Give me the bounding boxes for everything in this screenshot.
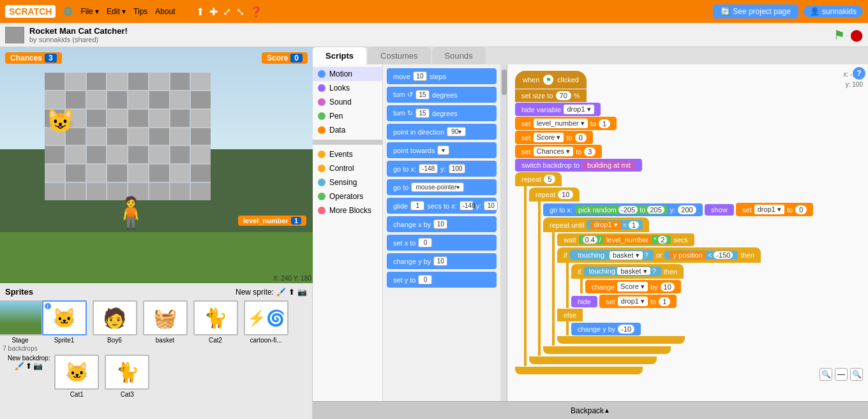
new-backdrop: New backdrop: 🖌️ ⬆ 📷 [8,355,50,398]
cat-events[interactable]: Events [313,147,382,161]
block-set-size[interactable]: set size to 70 % [515,89,587,102]
backpack-arrow-icon: ▲ [604,407,610,414]
block-point-towards[interactable]: point towards ▾ [387,142,497,158]
block-glide[interactable]: glide 1 secs to x: -148 y: 10 [387,198,497,214]
level-badge: level_number 1 [238,216,306,226]
block-hide-inner[interactable]: hide [571,296,597,307]
chances-value: 3 [45,54,57,62]
block-set-level[interactable]: set level_number ▾ to 1 [515,117,617,130]
resize-icon[interactable]: ⤡ [236,6,244,18]
globe-icon[interactable]: 🌐 [63,7,73,16]
backpack-panel[interactable]: Backpack ▲ [313,401,868,419]
tab-scripts[interactable]: Scripts [313,47,366,64]
blocks-list-scrollbar[interactable] [501,64,507,401]
tab-costumes[interactable]: Costumes [368,47,431,64]
person-icon[interactable]: ✚ [209,6,218,18]
right-panel: Scripts Costumes Sounds Motion Looks Sou… [313,47,868,419]
paint-backdrop-icon[interactable]: 🖌️ [15,362,24,371]
cat-motion[interactable]: Motion [313,67,382,81]
sprite-item-cat1[interactable]: 🐱 Cat1 [53,355,101,398]
user-badge[interactable]: 👤 sunnakids [804,6,863,17]
block-turn-right[interactable]: turn ↻ 15 degrees [387,105,497,121]
block-else: else [557,309,583,321]
cat-looks[interactable]: Looks [313,81,382,95]
block-change-score[interactable]: change Score ▾ by 10 [585,280,681,293]
upload-new-sprite-icon[interactable]: ⬆ [288,288,295,297]
sprite-item-basket[interactable]: 🧺 basket [141,300,189,352]
zoom-controls: 🔍 — 🔍 [819,368,863,381]
sprite-thumb-sprite1: 🐱 i [42,300,87,335]
green-flag-button[interactable]: ⚑ [834,27,845,43]
cat-control[interactable]: Control [313,161,382,175]
sprite-item-cat2[interactable]: 🐈 Cat2 [191,300,239,352]
sprite-item-cat3[interactable]: 🐈 Cat3 [103,355,151,398]
about-menu[interactable]: About [155,7,175,16]
block-if-touching-inner[interactable]: if touching basket ▾ ? then [571,264,684,279]
camera-backdrop-icon[interactable]: 📷 [33,362,43,371]
tab-sounds[interactable]: Sounds [432,47,486,64]
block-wait[interactable]: wait 0.4 / level_number * 2 secs [557,233,694,246]
block-when-flag[interactable]: when ⚑ clicked [515,71,587,89]
block-set-score[interactable]: set Score ▾ to 0 [515,131,593,144]
cat-sensing[interactable]: Sensing [313,175,382,189]
block-show[interactable]: show [705,204,734,216]
sprites-title: Sprites [5,287,33,297]
block-goto-random[interactable]: go to x: pick random -205 to 205 y: 200 [543,203,703,216]
cat-operators[interactable]: Operators [313,189,382,203]
block-set-y[interactable]: set y to 0 [387,272,497,288]
stage-grass [0,232,313,283]
block-move[interactable]: move 10 steps [387,68,497,84]
block-turn-left[interactable]: turn ↺ 15 degrees [387,87,497,103]
cat-pen[interactable]: Pen [313,109,382,123]
help-topbar-icon[interactable]: ❓ [250,6,262,18]
edit-menu[interactable]: Edit ▾ [107,7,126,16]
sprite-item-sprite1[interactable]: 🐱 i Sprite1 [40,300,88,352]
block-repeat5-body: repeat 10 go to x: pick random -205 to 2… [524,186,868,366]
backpack-label: Backpack [571,406,604,415]
block-repeat10[interactable]: repeat 10 [529,187,580,202]
zoom-reset-button[interactable]: — [835,368,848,381]
block-hide-variable[interactable]: hide variable drop1 ▾ [515,103,601,116]
cat-moreblocks[interactable]: More Blocks [313,203,382,217]
see-project-button[interactable]: 🔄 See project page [713,4,798,18]
upload-backdrop-icon[interactable]: ⬆ [26,362,32,371]
block-goto-xy[interactable]: go to x: -148 y: 100 [387,161,497,177]
upload-icon[interactable]: ⬆ [196,6,204,18]
fullscreen-icon[interactable]: ⤢ [223,6,231,18]
zoom-in-button[interactable]: 🔍 [819,368,832,381]
block-switch-backdrop[interactable]: switch backdrop to building at mit [515,159,642,172]
block-change-y[interactable]: change y by 10 [387,253,497,269]
stage-coords: X: 240 Y: 180 [273,275,311,282]
block-change-x[interactable]: change x by 10 [387,216,497,232]
cat-sound[interactable]: Sound [313,95,382,109]
block-set-x[interactable]: set x to 0 [387,235,497,251]
block-point-direction[interactable]: point in direction 90▾ [387,124,497,140]
sprite-item-boy6[interactable]: 🧑 Boy6 [91,300,138,352]
stop-button[interactable]: ⬤ [850,28,863,42]
sprite-thumb-cat1: 🐱 [54,355,99,390]
project-title: Rocket Man Cat Catcher! [29,26,828,36]
script-area[interactable]: x: -148 y: 100 ? when ⚑ clicked set size… [507,64,868,401]
block-if-touching-outer[interactable]: if touching basket ▾ ? or y position < -… [557,247,761,263]
new-sprite-controls: New sprite: 🖌️ ⬆ 📷 [236,288,307,297]
sprite-item-cartoonfi[interactable]: ⚡🌀 cartoon-fi... [242,300,290,352]
block-set-drop1-1[interactable]: set drop1 ▾ to 1 [599,295,677,308]
block-goto-pointer[interactable]: go to mouse-pointer▾ [387,179,497,195]
block-repeat-until[interactable]: repeat until drop1 ▾ = 1 [543,217,649,232]
tips-menu[interactable]: Tips [133,7,147,16]
file-menu[interactable]: File ▾ [80,7,99,16]
cat-data[interactable]: Data [313,123,382,137]
chances-badge: Chances 3 [5,52,62,64]
block-set-chances[interactable]: set Chances ▾ to 3 [515,145,602,158]
block-change-y-neg10[interactable]: change y by -10 [571,323,641,335]
block-set-drop1-0[interactable]: set drop1 ▾ to 0 [736,203,813,216]
paint-new-sprite-icon[interactable]: 🖌️ [276,288,286,297]
scratch-logo[interactable]: SCRATCH [5,5,56,18]
block-else-body: change y by -10 [566,321,868,335]
zoom-out-button[interactable]: 🔍 [850,368,863,381]
block-repeat5[interactable]: repeat 5 [515,172,562,186]
blocks-list: move 10 steps turn ↺ 15 degrees turn ↻ 1… [383,64,501,401]
camera-new-sprite-icon[interactable]: 📷 [297,288,307,297]
block-repeat5-wrapper: repeat 5 repeat 10 go to x: pick random … [515,172,868,376]
sprite-item-stage[interactable]: Stage 7 backdrops [3,300,38,352]
